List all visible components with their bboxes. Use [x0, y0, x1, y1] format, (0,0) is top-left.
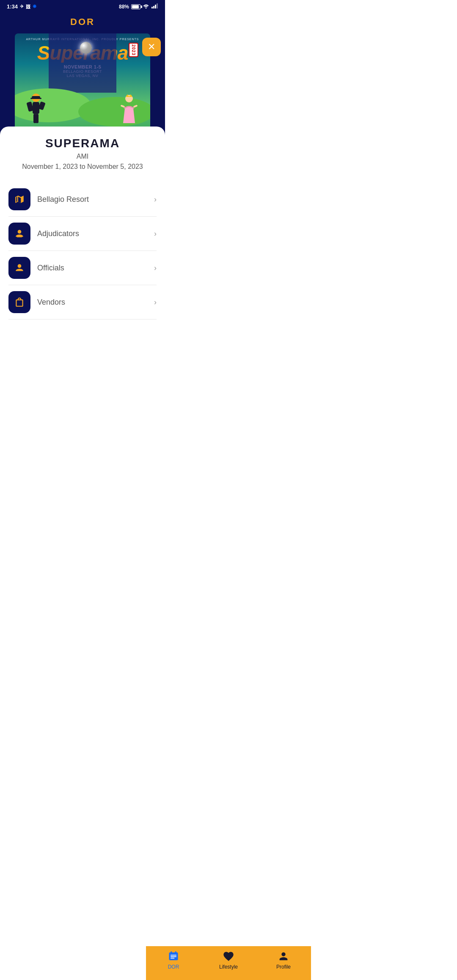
adjudicators-chevron: › [154, 229, 157, 238]
svg-rect-16 [17, 237, 22, 237]
officials-icon-container [8, 257, 30, 279]
content-card: SUPERAMA AMI November 1, 2023 to Novembe… [0, 127, 165, 319]
close-icon: ✕ [148, 42, 155, 52]
judge-icon [14, 228, 25, 239]
svg-rect-6 [30, 98, 41, 99]
bellagio-chevron: › [154, 195, 157, 204]
event-date-range: November 1, 2023 to November 5, 2023 [8, 163, 157, 171]
svg-rect-8 [26, 102, 33, 112]
menu-item-vendors[interactable]: Vendors › [8, 285, 157, 319]
status-left: 1:34 ✈ 🖼 ❋ [7, 3, 36, 10]
officials-label: Officials [37, 264, 154, 273]
bellagio-icon-container [8, 188, 30, 210]
event-organization: AMI [8, 153, 157, 160]
menu-item-bellagio[interactable]: Bellagio Resort › [8, 182, 157, 217]
dropbox-icon: ❋ [33, 4, 36, 9]
svg-rect-17 [20, 269, 22, 270]
svg-rect-3 [157, 3, 158, 8]
event-banner-container: ARTHUR MURRAY® INTERNATIONAL, INC. PROUD… [0, 33, 165, 135]
character-princess [116, 94, 142, 127]
status-bar: 1:34 ✈ 🖼 ❋ 88% [0, 0, 165, 12]
wifi-icon [143, 3, 149, 10]
svg-rect-7 [33, 102, 39, 114]
menu-item-adjudicators[interactable]: Adjudicators › [8, 217, 157, 251]
officials-chevron: › [154, 264, 157, 273]
vendors-chevron: › [154, 298, 157, 307]
bellagio-label: Bellagio Resort [37, 195, 154, 204]
svg-rect-11 [36, 114, 39, 123]
menu-item-officials[interactable]: Officials › [8, 251, 157, 285]
status-right: 88% [119, 3, 158, 10]
svg-rect-14 [121, 105, 125, 107]
app-header: DOR [0, 12, 165, 33]
svg-rect-0 [151, 7, 153, 8]
menu-list: Bellagio Resort › Adjudicators › [8, 182, 157, 319]
airplane-icon: ✈ [20, 4, 24, 9]
adjudicators-label: Adjudicators [37, 229, 154, 238]
map-icon [14, 194, 25, 205]
app-title: DOR [0, 17, 165, 28]
close-button[interactable]: ✕ [142, 38, 161, 56]
battery-icon [131, 4, 140, 10]
disco-ball [80, 42, 92, 54]
vendors-label: Vendors [37, 298, 154, 307]
time-display: 1:34 [7, 3, 18, 10]
svg-rect-18 [20, 270, 22, 270]
official-icon [14, 262, 25, 273]
adjudicators-icon-container [8, 223, 30, 245]
svg-rect-1 [153, 6, 154, 8]
photo-icon: 🖼 [26, 4, 30, 9]
svg-rect-15 [133, 105, 138, 107]
bag-icon [14, 297, 25, 308]
character-man [23, 93, 49, 127]
event-title: SUPERAMA [8, 137, 157, 150]
event-banner-image: ARTHUR MURRAY® INTERNATIONAL, INC. PROUD… [15, 33, 150, 135]
battery-level: 88% [119, 4, 129, 10]
banner-year-badge: 2023 [129, 43, 138, 57]
signal-icon [151, 3, 158, 10]
vendors-icon-container [8, 291, 30, 313]
svg-rect-2 [155, 5, 156, 8]
